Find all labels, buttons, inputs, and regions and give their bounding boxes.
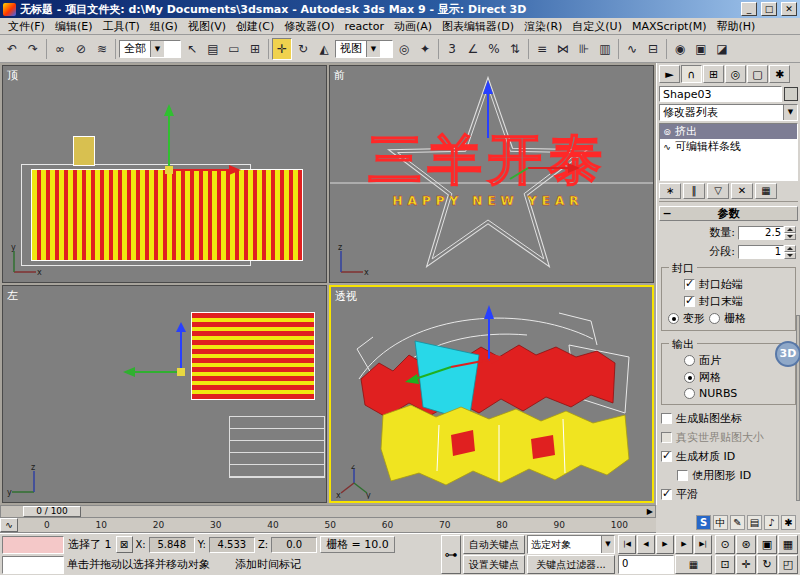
use-shape-id-checkbox[interactable] xyxy=(677,470,688,481)
named-selection-sets-icon[interactable]: ≡ xyxy=(532,38,552,60)
time-slider-track[interactable]: 0 / 100 ▶ xyxy=(0,505,656,518)
segments-spinner[interactable]: 1 xyxy=(738,245,796,259)
pin-stack-button[interactable]: ∗ xyxy=(659,183,681,199)
selection-filter-dropdown[interactable]: 全部 ▼ xyxy=(119,40,181,58)
viewport-top[interactable]: 顶 x y xyxy=(2,65,327,283)
menu-reactor[interactable]: reactor xyxy=(340,19,389,34)
tab-motion-icon[interactable]: ◎ xyxy=(725,65,746,83)
quick-render-icon[interactable]: ◪ xyxy=(712,38,732,60)
remove-modifier-button[interactable]: ✕ xyxy=(731,183,753,199)
viewport-front[interactable]: 前 三羊开泰 HAPPY NEW YEAR x xyxy=(329,65,654,283)
use-pivot-center-icon[interactable]: ◎ xyxy=(394,38,414,60)
time-slider-arrow-icon[interactable]: ▶ xyxy=(647,507,653,517)
amount-spinner[interactable]: 2.5 xyxy=(738,226,796,240)
track-bar[interactable]: ∿ 0 10 20 30 40 50 60 70 80 90 100 xyxy=(0,518,656,533)
keyboard-icon[interactable]: ▤ xyxy=(747,515,762,530)
set-key-button[interactable]: 设置关键点 xyxy=(463,555,525,574)
menu-maxscript[interactable]: MAXScript(M) xyxy=(627,19,712,34)
menu-group[interactable]: 组(G) xyxy=(145,18,183,35)
select-and-scale-icon[interactable]: ◭ xyxy=(314,38,334,60)
previous-frame-icon[interactable]: ◀ xyxy=(637,535,655,554)
generate-material-id-checkbox[interactable] xyxy=(661,451,672,462)
add-time-tag[interactable]: 添加时间标记 xyxy=(235,557,301,572)
track-bar-ruler[interactable]: 0 10 20 30 40 50 60 70 80 90 100 xyxy=(18,518,656,532)
menu-modifiers[interactable]: 修改器(O) xyxy=(279,18,339,35)
mirror-icon[interactable]: ⋈ xyxy=(553,38,573,60)
tab-display-icon[interactable]: ▢ xyxy=(747,65,768,83)
selected-objects-dropdown[interactable]: 选定对象 ▼ xyxy=(527,535,615,554)
patch-radio[interactable] xyxy=(684,355,695,366)
language-indicator[interactable]: 中 xyxy=(713,515,728,530)
select-and-link-icon[interactable]: ∞ xyxy=(50,38,70,60)
maxscript-mini-listener-macro[interactable] xyxy=(2,536,64,554)
select-by-name-icon[interactable]: ▤ xyxy=(203,38,223,60)
parameters-rollout-header[interactable]: − 参数 xyxy=(659,206,798,221)
zoom-region-icon[interactable]: ⊡ xyxy=(715,555,735,574)
redo-icon[interactable]: ↷ xyxy=(23,38,43,60)
key-filters-button[interactable]: 关键点过滤器... xyxy=(527,555,615,574)
close-button[interactable]: ✕ xyxy=(781,2,797,16)
viewport-front-label[interactable]: 前 xyxy=(334,68,345,83)
snaps-toggle-icon[interactable]: 3 xyxy=(442,38,462,60)
mesh-radio[interactable] xyxy=(684,372,695,383)
zoom-icon[interactable]: ⊙ xyxy=(715,535,735,554)
menu-file[interactable]: 文件(F) xyxy=(3,18,50,35)
grid-radio[interactable] xyxy=(709,313,720,324)
object-name-field[interactable]: Shape03 xyxy=(659,86,782,102)
speaker-icon[interactable]: ♪ xyxy=(764,515,779,530)
menu-edit[interactable]: 编辑(E) xyxy=(50,18,98,35)
percent-snap-icon[interactable]: % xyxy=(484,38,504,60)
window-crossing-icon[interactable]: ⊞ xyxy=(245,38,265,60)
menu-tools[interactable]: 工具(T) xyxy=(97,18,144,35)
modifier-list-dropdown[interactable]: 修改器列表 ▼ xyxy=(659,104,798,121)
bind-to-spacewarp-icon[interactable]: ≋ xyxy=(92,38,112,60)
menu-create[interactable]: 创建(C) xyxy=(231,18,279,35)
menu-views[interactable]: 视图(V) xyxy=(183,18,231,35)
set-keys-key-icon[interactable]: ⊶ xyxy=(441,535,461,574)
viewport-left[interactable]: 左 y z xyxy=(2,285,327,503)
rectangular-region-icon[interactable]: ▭ xyxy=(224,38,244,60)
go-to-end-icon[interactable]: ▶| xyxy=(694,535,712,554)
smooth-checkbox[interactable] xyxy=(661,489,672,500)
spin-up-icon[interactable] xyxy=(784,245,796,252)
maxscript-mini-listener-script[interactable] xyxy=(2,556,64,574)
menu-animation[interactable]: 动画(A) xyxy=(389,18,437,35)
menu-help[interactable]: 帮助(H) xyxy=(712,18,761,35)
amount-value[interactable]: 2.5 xyxy=(738,226,784,240)
reference-coordinate-dropdown[interactable]: 视图 ▼ xyxy=(335,40,393,58)
minimize-button[interactable]: _ xyxy=(741,2,757,16)
arc-rotate-icon[interactable]: ↻ xyxy=(757,555,777,574)
undo-icon[interactable]: ↶ xyxy=(2,38,22,60)
toolbar-options-icon[interactable]: ✱ xyxy=(781,515,796,530)
tab-utilities-icon[interactable]: ✱ xyxy=(769,65,790,83)
material-editor-icon[interactable]: ◉ xyxy=(670,38,690,60)
select-and-rotate-icon[interactable]: ↻ xyxy=(293,38,313,60)
sogou-icon[interactable]: S xyxy=(696,515,711,530)
pan-icon[interactable]: ✛ xyxy=(736,555,756,574)
make-unique-button[interactable]: ▽ xyxy=(707,183,729,199)
maximize-viewport-icon[interactable]: ◰ xyxy=(778,555,798,574)
spin-down-icon[interactable] xyxy=(784,233,796,240)
configure-modifier-sets-button[interactable]: ▦ xyxy=(755,183,777,199)
layer-manager-icon[interactable]: ▥ xyxy=(595,38,615,60)
select-and-move-icon[interactable]: ✛ xyxy=(272,38,292,60)
go-to-start-icon[interactable]: |◀ xyxy=(618,535,636,554)
spinner-snap-icon[interactable]: ⇅ xyxy=(505,38,525,60)
selection-lock-toggle[interactable]: ⊠ xyxy=(116,536,133,553)
menu-customize[interactable]: 自定义(U) xyxy=(567,18,627,35)
cap-start-checkbox[interactable] xyxy=(684,279,695,290)
next-frame-icon[interactable]: ▶ xyxy=(675,535,693,554)
time-slider-handle[interactable]: 0 / 100 xyxy=(23,506,81,517)
handwriting-icon[interactable]: ✎ xyxy=(730,515,745,530)
zoom-all-icon[interactable]: ⊛ xyxy=(736,535,756,554)
viewport-perspective[interactable]: 透视 xyxy=(329,285,654,503)
angle-snap-icon[interactable]: ∠ xyxy=(463,38,483,60)
cap-end-checkbox[interactable] xyxy=(684,296,695,307)
align-icon[interactable]: ⊪ xyxy=(574,38,594,60)
z-coordinate-field[interactable]: 0.0 xyxy=(271,537,317,553)
tab-create-icon[interactable]: ► xyxy=(659,65,680,83)
tab-hierarchy-icon[interactable]: ⊞ xyxy=(703,65,724,83)
viewport-top-label[interactable]: 顶 xyxy=(7,68,18,83)
unlink-selection-icon[interactable]: ⊘ xyxy=(71,38,91,60)
select-and-manipulate-icon[interactable]: ✦ xyxy=(415,38,435,60)
